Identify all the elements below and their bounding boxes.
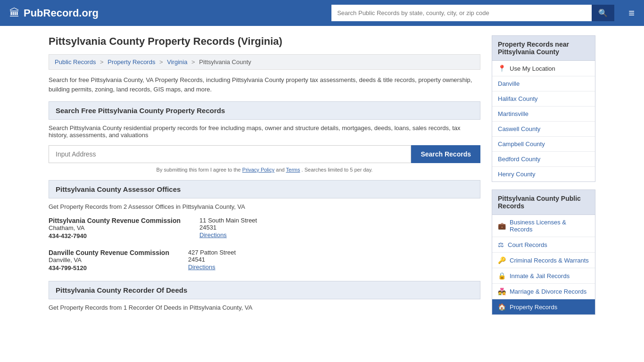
sidebar-item-business[interactable]: 💼 Business Licenses & Records [492,215,595,237]
breadcrumb-virginia[interactable]: Virginia [167,58,187,66]
sidebar: Property Records near Pittsylvania Count… [492,35,595,322]
main-content: Pittsylvania County Property Records (Vi… [49,35,480,322]
logo-text: PubRecord.org [24,7,99,19]
sidebar-item-caswell[interactable]: Caswell County [492,122,595,137]
office-2-zip: 24541 [188,256,236,263]
search-section-desc: Search Pittsylvania County residential p… [49,124,480,139]
sidebar-item-inmate[interactable]: 🔒 Inmate & Jail Records [492,268,595,284]
office-2-phone: 434-799-5120 [49,264,169,272]
sidebar-item-property[interactable]: 🏠 Property Records [492,299,595,314]
global-search-button[interactable]: 🔍 [592,5,614,21]
assessor-section-header: Pittsylvania County Assessor Offices [49,180,480,198]
site-header: 🏛 PubRecord.org 🔍 ≡ [0,0,644,26]
breadcrumb-property-records[interactable]: Property Records [107,58,155,66]
terms-link[interactable]: Terms [286,167,300,173]
office-1-city: Chatham, VA [49,224,181,231]
sidebar-item-marriage[interactable]: 💑 Marriage & Divorce Records [492,284,595,299]
sidebar-item-halifax[interactable]: Halifax County [492,91,595,107]
global-search-input[interactable] [331,5,592,21]
page-title: Pittsylvania County Property Records (Vi… [49,35,480,48]
menu-button[interactable]: ≡ [628,7,635,19]
nearby-list: 📍 Use My Location Danville Halifax Count… [492,61,595,182]
office-2: Danville County Revenue Commission Danvi… [49,249,480,272]
public-records-list: 💼 Business Licenses & Records ⚖ Court Re… [492,215,595,315]
court-icon: ⚖ [498,241,504,248]
address-input[interactable] [49,145,411,163]
breadcrumb-current: Pittsylvania County [199,58,251,66]
office-2-name: Danville County Revenue Commission [49,249,169,256]
office-1-name: Pittsylvania County Revenue Commission [49,217,181,224]
office-1-address: 11 South Main Street [199,217,257,224]
main-container: Pittsylvania County Property Records (Vi… [39,26,605,332]
breadcrumb: Public Records > Property Records > Virg… [49,54,480,70]
logo-icon: 🏛 [9,7,20,19]
address-search-form: Search Records [49,145,480,163]
nearby-section-header: Property Records near Pittsylvania Count… [492,35,595,61]
recorder-section-desc: Get Property Records from 1 Recorder Of … [49,304,480,311]
inmate-icon: 🔒 [498,272,506,280]
office-1-zip: 24531 [199,224,257,231]
office-1: Pittsylvania County Revenue Commission C… [49,217,480,240]
location-icon: 📍 [498,65,506,72]
office-2-directions[interactable]: Directions [188,263,215,271]
sidebar-item-danville[interactable]: Danville [492,76,595,91]
assessor-section-desc: Get Property Records from 2 Assessor Off… [49,203,480,210]
business-icon: 💼 [498,222,506,230]
office-1-phone: 434-432-7940 [49,232,181,239]
sidebar-item-criminal[interactable]: 🔑 Criminal Records & Warrants [492,253,595,268]
search-records-button[interactable]: Search Records [411,145,480,163]
sidebar-item-henry[interactable]: Henry County [492,167,595,181]
public-records-section-header: Pittsylvania County Public Records [492,189,595,215]
property-icon: 🏠 [498,303,506,311]
global-search-bar: 🔍 [331,5,614,21]
marriage-icon: 💑 [498,288,506,295]
office-2-city: Danville, VA [49,256,169,263]
sidebar-item-martinsville[interactable]: Martinsville [492,107,595,122]
page-description: Search for free Pittsylvania County, VA … [49,75,480,94]
criminal-icon: 🔑 [498,256,506,264]
recorder-section-header: Pittsylvania County Recorder Of Deeds [49,281,480,299]
form-note: By submitting this form I agree to the P… [49,167,480,173]
sidebar-item-campbell[interactable]: Campbell County [492,137,595,152]
office-2-address: 427 Patton Street [188,249,236,256]
logo-link[interactable]: 🏛 PubRecord.org [9,7,99,19]
sidebar-item-court[interactable]: ⚖ Court Records [492,237,595,253]
sidebar-use-location[interactable]: 📍 Use My Location [492,61,595,76]
sidebar-item-bedford[interactable]: Bedford County [492,152,595,167]
breadcrumb-public-records[interactable]: Public Records [55,58,96,66]
office-1-directions[interactable]: Directions [199,231,227,239]
search-section-header: Search Free Pittsylvania County Property… [49,101,480,120]
privacy-policy-link[interactable]: Privacy Policy [242,167,274,173]
